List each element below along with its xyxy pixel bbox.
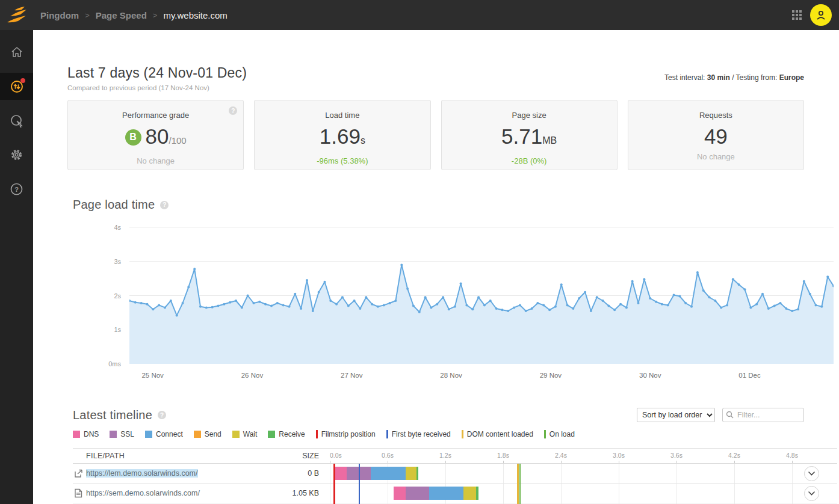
filter-box bbox=[722, 408, 804, 422]
person-icon bbox=[815, 9, 827, 21]
sort-order-select[interactable]: Sort by load order bbox=[637, 408, 715, 422]
card-performance-grade: ? Performance grade B80/100 No change bbox=[67, 100, 244, 170]
sidebar-item-settings[interactable] bbox=[0, 141, 33, 168]
legend-label: Connect bbox=[156, 430, 183, 438]
file-path-link[interactable]: https://sem.demo.solarwinds.com/ bbox=[86, 489, 200, 497]
time-tick-label: 0.6s bbox=[382, 452, 394, 459]
size-cell: 0 B bbox=[283, 469, 319, 478]
solarwinds-flame-icon bbox=[6, 6, 28, 24]
card-change: No change bbox=[68, 156, 243, 165]
sidebar-item-home[interactable] bbox=[0, 38, 33, 66]
legend-item-send: Send bbox=[194, 430, 221, 438]
help-tooltip-icon[interactable]: ? bbox=[158, 411, 166, 419]
help-icon: ? bbox=[10, 182, 23, 196]
legend-item-dns: DNS bbox=[73, 430, 99, 438]
sidebar-item-visitor-insights[interactable] bbox=[0, 107, 33, 134]
user-avatar[interactable] bbox=[810, 4, 832, 26]
legend-label: Send bbox=[205, 430, 221, 438]
waterfall-cell bbox=[330, 484, 825, 503]
legend-item-on-load: On load bbox=[544, 430, 575, 438]
timeline-rows: https://lem.demo.solarwinds.com/0 Bhttps… bbox=[73, 464, 837, 504]
time-tick-mark bbox=[792, 461, 793, 463]
performance-grade-value: B80/100 bbox=[68, 125, 243, 152]
filter-input[interactable] bbox=[722, 408, 804, 422]
timeline-table: FILE/PATH SIZE 0.0s0.6s1.2s1.8s2.4s3.0s3… bbox=[73, 448, 837, 504]
time-tick-mark bbox=[734, 461, 735, 463]
legend-item-dom-content-loaded: DOM content loaded bbox=[462, 430, 533, 438]
y-axis-tick-label: 3s bbox=[73, 258, 121, 265]
redirect-icon bbox=[74, 469, 84, 478]
card-change: -96ms (5.38%) bbox=[255, 156, 430, 165]
breadcrumb-page-speed[interactable]: Page Speed bbox=[96, 10, 147, 20]
expand-row-button[interactable] bbox=[804, 466, 819, 481]
time-tick-mark bbox=[445, 461, 446, 463]
legend-label: Wait bbox=[243, 430, 258, 438]
time-tick-label: 4.2s bbox=[728, 452, 740, 459]
breadcrumb-separator: > bbox=[85, 11, 90, 20]
size-column-header: SIZE bbox=[285, 452, 319, 460]
x-axis-date-label: 27 Nov bbox=[341, 372, 362, 379]
segment-connect bbox=[429, 487, 464, 500]
legend-swatch bbox=[73, 431, 80, 438]
card-change: -28B (0%) bbox=[442, 156, 617, 165]
table-row: https://sem.demo.solarwinds.com/1.05 KB bbox=[73, 484, 837, 503]
test-interval-label: Test interval: bbox=[664, 73, 705, 82]
time-tick-label: 1.8s bbox=[497, 452, 509, 459]
document-icon-cell bbox=[73, 488, 86, 498]
legend-item-connect: Connect bbox=[145, 430, 183, 438]
legend-swatch bbox=[462, 430, 463, 438]
legend-swatch bbox=[386, 430, 388, 438]
app-switcher-icon[interactable] bbox=[792, 10, 802, 20]
load-time-unit: s bbox=[361, 135, 365, 146]
segment-dns bbox=[335, 467, 347, 480]
y-axis-tick-label: 1s bbox=[73, 326, 121, 333]
y-axis-tick-label: 0ms bbox=[73, 360, 121, 367]
testing-from-value: Europe bbox=[779, 73, 804, 82]
legend-label: DNS bbox=[84, 430, 99, 438]
segment-ssl bbox=[347, 467, 371, 480]
card-title: Performance grade bbox=[68, 111, 243, 120]
x-axis-date-label: 28 Nov bbox=[440, 372, 462, 379]
legend-swatch bbox=[544, 430, 546, 438]
sidebar-item-page-speed[interactable] bbox=[0, 73, 33, 100]
file-path-link[interactable]: https://lem.demo.solarwinds.com/ bbox=[86, 469, 198, 478]
help-tooltip-icon[interactable]: ? bbox=[160, 201, 169, 209]
test-interval-value: 30 min bbox=[707, 73, 730, 82]
y-axis-tick-label: 2s bbox=[73, 292, 121, 300]
load-time-value: 1.69s bbox=[255, 125, 430, 152]
document-icon bbox=[74, 488, 82, 498]
breadcrumb-current-site: my.website.com bbox=[163, 10, 227, 20]
table-row: https://lem.demo.solarwinds.com/0 B bbox=[73, 464, 837, 484]
card-load-time: Load time 1.69s -96ms (5.38%) bbox=[254, 100, 430, 170]
segment-wait bbox=[406, 467, 416, 480]
segment-ssl bbox=[406, 487, 429, 500]
time-tick-mark bbox=[676, 461, 677, 463]
legend-swatch bbox=[316, 430, 318, 438]
x-axis-date-label: 30 Nov bbox=[639, 372, 661, 379]
page-title: Last 7 days (24 Nov-01 Dec) bbox=[67, 65, 247, 81]
breadcrumb-pingdom[interactable]: Pingdom bbox=[40, 10, 79, 20]
segment-wait bbox=[463, 487, 476, 500]
file-path-cell: https://lem.demo.solarwinds.com/ bbox=[86, 469, 283, 478]
legend-item-receive: Receive bbox=[268, 430, 305, 438]
y-axis-tick-label: 4s bbox=[73, 224, 121, 231]
load-time-line-series bbox=[129, 227, 834, 364]
legend-swatch bbox=[268, 431, 275, 438]
segment-receive bbox=[416, 467, 418, 480]
size-cell: 1.05 KB bbox=[283, 489, 319, 497]
testing-from-label: Testing from: bbox=[736, 73, 778, 82]
meta-separator: / bbox=[732, 73, 734, 82]
solarwinds-logo[interactable] bbox=[0, 0, 33, 30]
search-icon bbox=[726, 411, 734, 419]
x-axis-date-label: 26 Nov bbox=[241, 372, 263, 379]
top-bar: Pingdom > Page Speed > my.website.com bbox=[0, 0, 839, 30]
stat-cards: ? Performance grade B80/100 No change Lo… bbox=[67, 100, 804, 170]
sidebar-item-help[interactable]: ? bbox=[0, 176, 33, 203]
x-axis-date-label: 01 Dec bbox=[738, 372, 760, 379]
chevron-down-icon bbox=[808, 472, 815, 476]
time-tick-label: 2.4s bbox=[555, 452, 567, 459]
legend-label: First byte received bbox=[392, 430, 451, 438]
pingdom-page-speed-screen: Pingdom > Page Speed > my.website.com bbox=[0, 0, 839, 504]
expand-row-button[interactable] bbox=[804, 486, 819, 501]
segment-receive bbox=[476, 487, 478, 500]
